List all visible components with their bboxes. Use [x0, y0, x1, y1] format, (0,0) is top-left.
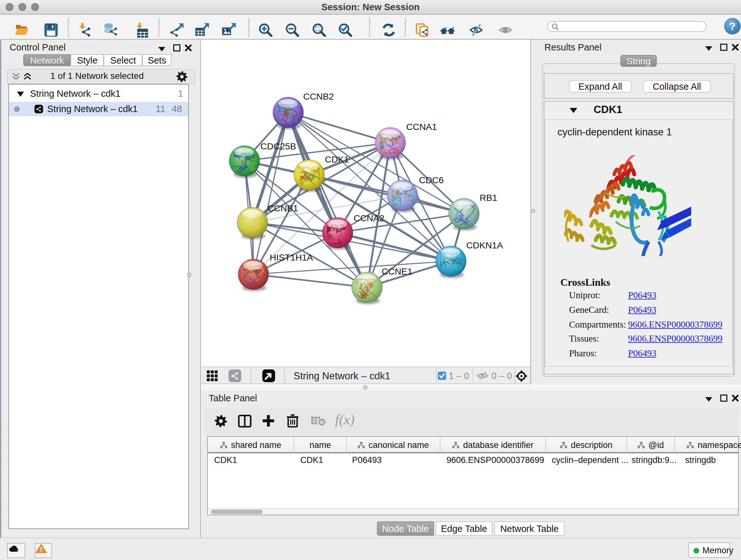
svg-text:CDKN1A: CDKN1A [466, 240, 503, 250]
svg-text:CDC6: CDC6 [419, 175, 444, 185]
svg-text:CCNB1: CCNB1 [267, 203, 298, 213]
svg-text:CCNE1: CCNE1 [382, 266, 412, 276]
svg-text:CDC25B: CDC25B [260, 141, 296, 151]
svg-text:CDK1: CDK1 [325, 154, 349, 165]
svg-text:CCNA1: CCNA1 [406, 122, 437, 132]
svg-text:CCNB2: CCNB2 [303, 91, 334, 102]
svg-text:RB1: RB1 [480, 192, 497, 203]
svg-text:CCNA2: CCNA2 [354, 213, 384, 223]
svg-text:HIST1H1A: HIST1H1A [270, 252, 313, 262]
